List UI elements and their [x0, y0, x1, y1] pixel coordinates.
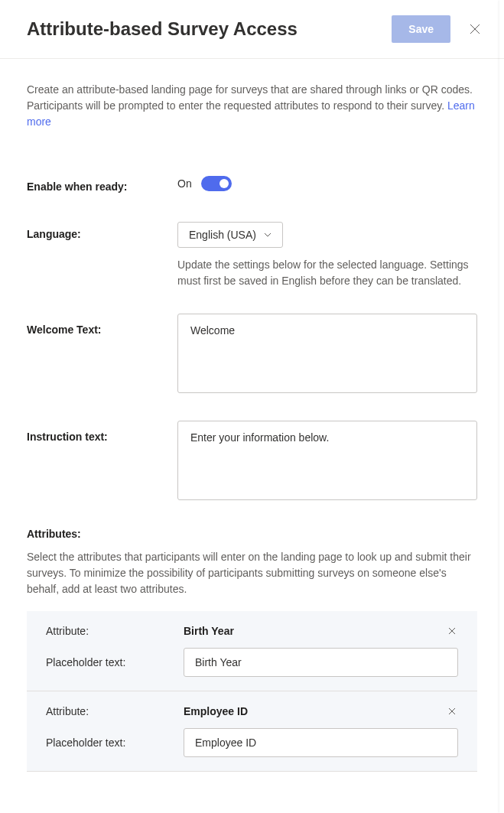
- attribute-placeholder-row: Placeholder text:: [46, 648, 458, 677]
- language-control: English (USA) Update the settings below …: [177, 222, 477, 289]
- remove-attribute-icon[interactable]: [446, 625, 458, 637]
- placeholder-row-label: Placeholder text:: [46, 656, 184, 668]
- language-selected: English (USA): [189, 229, 256, 241]
- page-title: Attribute-based Survey Access: [27, 18, 298, 40]
- language-hint: Update the settings below for the select…: [177, 257, 477, 289]
- attribute-name-row: Attribute: Employee ID: [46, 705, 458, 717]
- save-button[interactable]: Save: [392, 15, 450, 43]
- attribute-name: Employee ID: [184, 705, 446, 717]
- language-row: Language: English (USA) Update the setti…: [27, 222, 477, 289]
- welcome-label: Welcome Text:: [27, 314, 177, 396]
- placeholder-row-label: Placeholder text:: [46, 737, 184, 749]
- header: Attribute-based Survey Access Save: [0, 0, 504, 59]
- enable-row: Enable when ready: On: [27, 174, 477, 193]
- instruction-label: Instruction text:: [27, 421, 177, 503]
- attributes-description: Select the attributes that participants …: [27, 549, 477, 597]
- welcome-textarea[interactable]: [177, 314, 477, 393]
- placeholder-input[interactable]: [184, 728, 458, 757]
- attribute-card: Attribute: Birth Year Placeholder text:: [27, 611, 477, 691]
- scroll-edge: [499, 0, 504, 813]
- enable-label: Enable when ready:: [27, 174, 177, 193]
- instruction-control: [177, 421, 477, 503]
- attribute-name-row: Attribute: Birth Year: [46, 625, 458, 637]
- remove-attribute-icon[interactable]: [446, 705, 458, 717]
- toggle-state-label: On: [177, 177, 192, 190]
- instruction-textarea[interactable]: [177, 421, 477, 500]
- attributes-label: Attributes:: [27, 528, 477, 540]
- welcome-row: Welcome Text:: [27, 314, 477, 396]
- chevron-down-icon: [264, 229, 272, 241]
- welcome-control: [177, 314, 477, 396]
- description-text: Create an attribute-based landing page f…: [27, 82, 477, 130]
- language-label: Language:: [27, 222, 177, 289]
- attribute-placeholder-row: Placeholder text:: [46, 728, 458, 757]
- language-dropdown[interactable]: English (USA): [177, 222, 283, 248]
- header-actions: Save: [392, 15, 481, 43]
- enable-control: On: [177, 174, 477, 193]
- description-body: Create an attribute-based landing page f…: [27, 83, 473, 112]
- placeholder-input[interactable]: [184, 648, 458, 677]
- attribute-name: Birth Year: [184, 625, 446, 637]
- attribute-card: Attribute: Employee ID Placeholder text:: [27, 691, 477, 772]
- toggle-thumb: [219, 179, 229, 188]
- attribute-row-label: Attribute:: [46, 705, 184, 717]
- close-icon[interactable]: [469, 23, 481, 35]
- content: Create an attribute-based landing page f…: [0, 59, 504, 795]
- attribute-row-label: Attribute:: [46, 625, 184, 637]
- enable-toggle[interactable]: [201, 176, 232, 191]
- instruction-row: Instruction text:: [27, 421, 477, 503]
